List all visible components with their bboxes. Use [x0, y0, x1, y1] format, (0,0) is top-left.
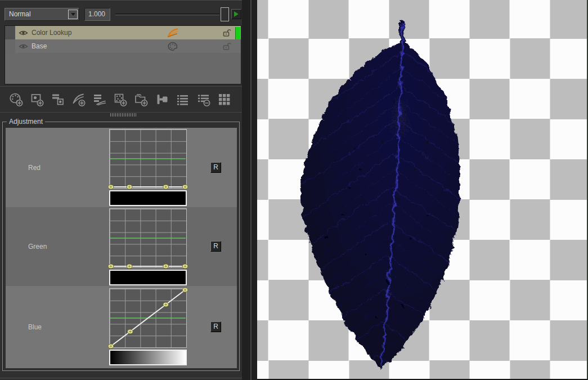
blend-mode-value: Normal [9, 10, 31, 18]
merge-layers-icon [92, 92, 107, 107]
curve-gradient-bar [109, 350, 187, 365]
merge-layer-down-button[interactable] [89, 90, 110, 109]
leaf-image [257, 0, 587, 379]
layer-name: Base [32, 42, 167, 50]
add-image-layer-button[interactable] [26, 90, 47, 109]
blue-curve-editor[interactable] [109, 288, 187, 365]
channel-label-green: Green [28, 207, 47, 286]
image-layer-add-icon [30, 92, 44, 107]
folder-add-icon [134, 92, 149, 107]
layer-row-color-lookup[interactable]: Color Lookup [5, 26, 241, 39]
feather-add-icon [71, 92, 86, 107]
resize-grip[interactable] [110, 113, 136, 117]
curve-control-point[interactable] [108, 185, 114, 189]
add-duplicate-layer-button[interactable] [47, 90, 68, 109]
opacity-slider-handle[interactable] [221, 7, 229, 21]
palette-icon [167, 42, 178, 51]
curve-canvas[interactable] [110, 129, 186, 188]
panel-bottom-divider [0, 378, 242, 378]
adjustment-groupbox: Adjustment Red R Green R Blue [2, 122, 240, 371]
play-icon [234, 11, 239, 17]
curve-canvas[interactable] [110, 289, 186, 347]
curve-grid[interactable] [109, 129, 187, 189]
apply-button[interactable] [231, 9, 241, 19]
red-curve-editor[interactable] [109, 129, 187, 206]
blend-mode-dropdown[interactable]: Normal [5, 8, 79, 21]
curve-control-point[interactable] [128, 329, 133, 334]
add-pattern-layer-button[interactable] [110, 90, 131, 109]
link-layers-icon [155, 92, 169, 107]
application-window: Normal 1.000 Color Lookup [0, 0, 588, 380]
curve-control-point[interactable] [108, 264, 114, 269]
visibility-eye-icon[interactable] [19, 43, 28, 50]
curve-control-point[interactable] [127, 264, 132, 269]
chevron-down-icon [71, 13, 75, 16]
channel-row-red: Red R [6, 128, 237, 207]
list-minus-icon [196, 92, 211, 107]
layer-properties-button[interactable] [172, 90, 193, 109]
opacity-field[interactable]: 1.000 [84, 8, 110, 21]
link-layer-button[interactable] [151, 90, 172, 109]
add-paint-layer-button[interactable] [6, 90, 26, 109]
reset-green-button[interactable]: R [210, 241, 221, 252]
layer-gutter [5, 39, 15, 53]
grid-view-button[interactable] [214, 90, 235, 109]
curve-gradient-bar [109, 190, 187, 206]
duplicate-layer-icon [51, 92, 65, 107]
green-curve-editor[interactable] [109, 208, 187, 285]
unlocked-padlock-icon[interactable] [222, 42, 232, 51]
curve-control-point[interactable] [108, 344, 114, 348]
curve-grid[interactable] [109, 208, 187, 268]
palette-add-icon [9, 92, 24, 107]
channel-row-green: Green R [6, 207, 237, 286]
curve-canvas[interactable] [110, 209, 186, 267]
panel-splitter[interactable] [242, 0, 257, 380]
remove-layer-button[interactable] [193, 90, 214, 109]
channel-label-red: Red [28, 128, 41, 207]
add-vector-layer-button[interactable] [68, 90, 89, 109]
pattern-add-icon [113, 92, 128, 107]
curve-control-point[interactable] [182, 264, 188, 269]
layer-toolbar [0, 86, 242, 113]
gradient-feather-icon [167, 28, 178, 38]
curve-control-point[interactable] [163, 302, 169, 307]
groupbox-title: Adjustment [7, 118, 45, 126]
canvas-viewport[interactable] [257, 0, 588, 380]
curve-control-point[interactable] [182, 185, 188, 189]
layer-gutter [5, 26, 15, 39]
layer-list: Color Lookup Base [5, 25, 241, 84]
layers-docker: Normal 1.000 Color Lookup [0, 0, 242, 380]
layer-options-bar: Normal 1.000 [0, 1, 242, 25]
curve-control-point[interactable] [163, 264, 169, 269]
leaf-shape [284, 20, 493, 379]
unlocked-padlock-icon[interactable] [222, 29, 232, 37]
channel-label-blue: Blue [28, 286, 42, 368]
visibility-eye-icon[interactable] [19, 30, 28, 36]
reset-blue-button[interactable]: R [210, 321, 221, 332]
opacity-slider-track[interactable] [115, 14, 219, 15]
curve-grid[interactable] [109, 288, 187, 348]
channel-row-blue: Blue R [6, 286, 237, 368]
layer-row-base[interactable]: Base [5, 39, 241, 53]
list-icon [176, 92, 190, 107]
curve-control-point[interactable] [182, 288, 188, 292]
add-group-layer-button[interactable] [131, 90, 151, 109]
curve-gradient-bar [109, 270, 187, 285]
grid-icon [217, 92, 232, 107]
reset-red-button[interactable]: R [210, 162, 221, 173]
dropdown-arrow-button[interactable] [68, 10, 78, 19]
curve-control-point[interactable] [127, 185, 132, 189]
opacity-value: 1.000 [88, 10, 105, 18]
layer-name: Color Lookup [32, 29, 167, 37]
curve-control-point[interactable] [163, 185, 169, 189]
